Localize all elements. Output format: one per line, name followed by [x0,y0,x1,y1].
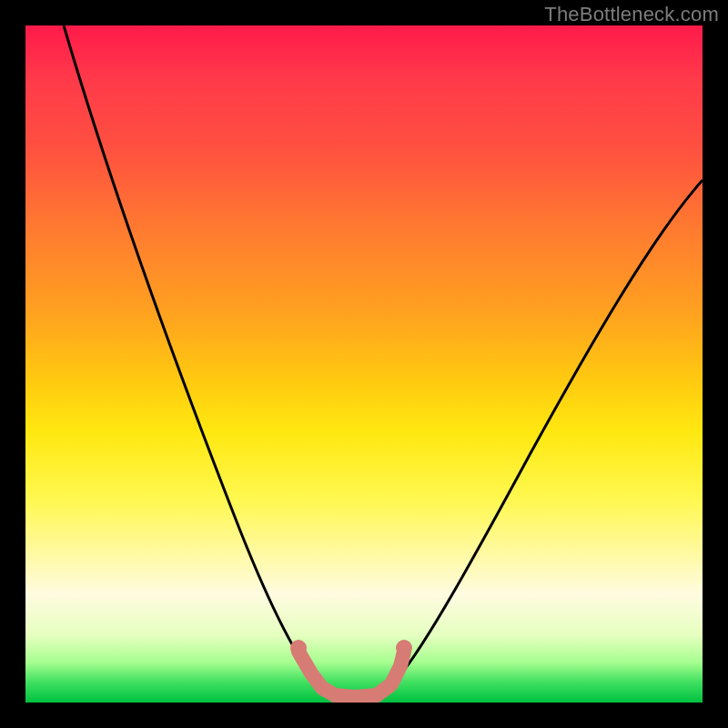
watermark-text: TheBottleneck.com [544,3,719,26]
plot-area [25,25,703,703]
curve-path [64,25,703,697]
highlight-path [298,652,404,697]
highlight-dot-start [290,640,307,656]
highlight-dot-end [396,640,412,656]
chart-frame: TheBottleneck.com [0,0,728,728]
bottleneck-curve [25,25,703,703]
